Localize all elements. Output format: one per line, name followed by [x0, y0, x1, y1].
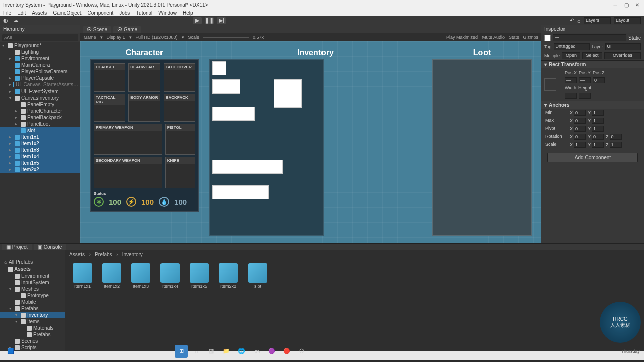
hierarchy-item[interactable]: ▸Item1x3	[0, 147, 80, 153]
project-tree-item[interactable]: Environment	[0, 273, 65, 279]
hierarchy-item[interactable]: ▸PanelLoot	[0, 121, 80, 127]
breadcrumb-item[interactable]: Inventory	[122, 252, 146, 257]
slot-pistol[interactable]: Pistol	[165, 124, 195, 155]
display-dropdown[interactable]: Display 1	[107, 35, 125, 40]
menu-edit[interactable]: Edit	[17, 10, 26, 16]
menu-window[interactable]: Window	[158, 10, 177, 16]
tab-scene[interactable]: ⦿ Scene	[83, 26, 111, 33]
breadcrumb-item[interactable]: Prefabs	[95, 252, 118, 257]
project-tree-item[interactable]: Mobile	[0, 299, 65, 305]
open-button[interactable]: Open	[562, 52, 580, 59]
project-tree-item[interactable]: Materials	[0, 325, 65, 331]
item-1x4[interactable]	[212, 185, 269, 199]
hierarchy-item[interactable]: ▾CanvasInventory	[0, 95, 80, 101]
item-1x1[interactable]	[212, 61, 226, 75]
slot-facecover[interactable]: Face Cover	[164, 63, 195, 92]
unity-icon[interactable]: ⬡	[295, 345, 308, 358]
vscode-icon[interactable]: 🟣	[265, 345, 278, 358]
scene-root[interactable]: ▾Playground*	[0, 42, 80, 49]
scale-slider[interactable]	[203, 37, 249, 38]
width-input[interactable]	[565, 93, 577, 99]
item-2x2[interactable]	[274, 79, 302, 108]
asset-item1x2[interactable]: Item1x2	[100, 263, 124, 289]
recttransform-header[interactable]: ▾ Rect Transform	[541, 60, 644, 68]
add-component-button[interactable]: Add Component	[547, 153, 638, 162]
posx-input[interactable]	[565, 77, 577, 83]
slot-bodyarmor[interactable]: Body Armor	[128, 94, 160, 122]
layout-dropdown[interactable]: Layout	[614, 17, 641, 24]
tag-dropdown[interactable]: Untagged	[554, 43, 590, 50]
hierarchy-item[interactable]: ▸Item1x1	[0, 134, 80, 140]
layers-dropdown[interactable]: Layers	[584, 17, 611, 24]
game-dropdown[interactable]: Game	[84, 35, 96, 40]
vp-play-maximized[interactable]: Play Maximized	[446, 35, 478, 40]
hierarchy-item[interactable]: ▸PanelBackpack	[0, 114, 80, 121]
anchor-preset[interactable]	[544, 78, 556, 90]
slot-headwear[interactable]: Headwear	[128, 63, 160, 92]
hierarchy-item[interactable]: ▸Item2x2	[0, 166, 80, 173]
vp-mute-audio[interactable]: Mute Audio	[482, 35, 505, 40]
asset-item1x1[interactable]: Item1x1	[70, 263, 95, 289]
item-1x5[interactable]	[212, 160, 283, 174]
undo-icon[interactable]: ↶	[570, 17, 574, 24]
hierarchy-item[interactable]: ▸PlayerCapsule	[0, 75, 80, 81]
search-taskbar-icon[interactable]: ⌕	[190, 345, 203, 358]
menu-jobs[interactable]: Jobs	[119, 10, 130, 16]
hierarchy-item[interactable]: ▸Item1x4	[0, 153, 80, 160]
layer-dropdown[interactable]: UI	[605, 43, 641, 50]
project-tree-item[interactable]: Scenes	[0, 338, 65, 344]
project-tree-item[interactable]: InputSystem	[0, 279, 65, 286]
asset-item1x3[interactable]: Item1x3	[129, 263, 153, 289]
hierarchy-item[interactable]: MainCamera	[0, 62, 80, 68]
hierarchy-item[interactable]: Lighting	[0, 49, 80, 55]
slot-backpack[interactable]: Backpack	[164, 94, 195, 122]
hierarchy-item[interactable]: PanelEmpty	[0, 101, 80, 108]
taskview-icon[interactable]: ▥	[205, 345, 218, 358]
play-button[interactable]: ▶	[193, 17, 202, 24]
asset-item2x2[interactable]: Item2x2	[216, 263, 240, 289]
item-1x3[interactable]	[212, 107, 255, 121]
vp-stats[interactable]: Stats	[509, 35, 519, 40]
item-1x2[interactable]	[212, 79, 240, 94]
hierarchy-item[interactable]: ▸Item1x2	[0, 140, 80, 147]
menu-tutorial[interactable]: Tutorial	[136, 10, 152, 16]
project-search[interactable]: ⌕ All Prefabs	[0, 258, 65, 266]
select-button[interactable]: Select	[582, 52, 602, 59]
overrides-dropdown[interactable]: Overrides	[604, 52, 641, 59]
project-tree-item[interactable]: Prefabs	[0, 331, 65, 338]
step-button[interactable]: ▶|	[217, 17, 226, 24]
project-tree-item[interactable]: Prototype	[0, 292, 65, 299]
hierarchy-item[interactable]: ▸Environment	[0, 55, 80, 62]
menu-file[interactable]: File	[3, 10, 11, 16]
name-field[interactable]: —	[553, 34, 626, 41]
hierarchy-item[interactable]: slot	[0, 127, 80, 134]
project-tree-item[interactable]: ▾Prefabs	[0, 305, 65, 312]
hierarchy-item[interactable]: ▸UI_Canvas_StarterAssets…	[0, 81, 80, 88]
maximize-button[interactable]: ▢	[623, 1, 630, 8]
store-icon[interactable]: 🛍	[250, 345, 263, 358]
tab-console[interactable]: ▣ Console	[34, 244, 66, 250]
anchors-header[interactable]: ▾ Anchors	[541, 101, 644, 109]
slot-secondary[interactable]: Secondary Weapon	[94, 157, 162, 188]
pause-button[interactable]: ❚❚	[205, 17, 214, 24]
project-tree-item[interactable]: Assets	[0, 266, 65, 273]
static-label[interactable]: Static	[628, 35, 641, 41]
posy-input[interactable]	[579, 77, 591, 83]
slot-headset[interactable]: Headset	[94, 63, 125, 92]
height-input[interactable]	[579, 93, 591, 99]
menu-component[interactable]: Component	[88, 10, 114, 16]
asset-item1x4[interactable]: Item1x4	[158, 263, 182, 289]
menu-assets[interactable]: Assets	[32, 10, 47, 16]
start-icon[interactable]: 🟦	[4, 345, 17, 358]
asset-slot[interactable]: slot	[246, 263, 270, 289]
slot-tacticalrig[interactable]: Tactical Rig	[94, 94, 125, 122]
minimize-button[interactable]: ─	[612, 1, 619, 8]
posz-input[interactable]	[593, 77, 605, 83]
asset-item1x5[interactable]: Item1x5	[187, 263, 211, 289]
explorer-icon[interactable]: 📁	[220, 345, 233, 358]
project-tree-item[interactable]: ▾Items	[0, 318, 65, 325]
edge-icon[interactable]: 🌐	[235, 345, 248, 358]
active-checkbox[interactable]	[544, 35, 551, 41]
vp-gizmos[interactable]: Gizmos	[523, 35, 538, 40]
hierarchy-search[interactable]: ⌕ All	[2, 34, 78, 41]
